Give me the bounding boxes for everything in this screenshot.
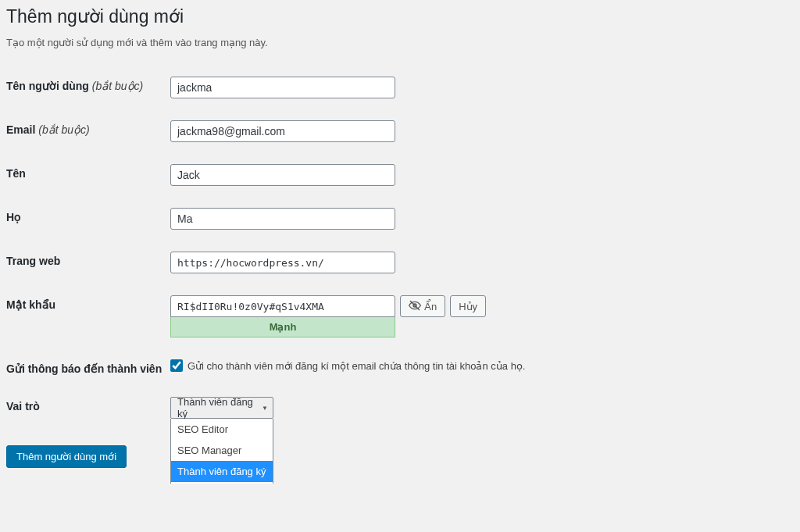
label-website: Trang web: [6, 241, 170, 284]
label-lastname: Họ: [6, 197, 170, 241]
eye-slash-icon: [409, 299, 421, 314]
notify-checkbox-row[interactable]: Gửi cho thành viên mới đăng kí một email…: [170, 359, 794, 372]
label-notify: Gửi thông báo đến thành viên: [6, 348, 170, 386]
role-option[interactable]: SEO Editor: [171, 419, 273, 440]
notify-checkbox[interactable]: [170, 359, 183, 372]
page-subtitle: Tạo một người sử dụng mới và thêm vào tr…: [6, 37, 794, 48]
page-title: Thêm người dùng mới: [6, 6, 794, 27]
label-username: Tên người dùng (bắt buộc): [6, 66, 170, 109]
hide-password-button[interactable]: Ẩn: [400, 295, 445, 317]
role-select[interactable]: Thành viên đăng ký: [170, 397, 273, 419]
username-field[interactable]: [170, 77, 395, 98]
label-password: Mật khẩu: [6, 284, 170, 348]
add-user-button[interactable]: Thêm người dùng mới: [6, 445, 127, 468]
firstname-field[interactable]: [170, 164, 395, 186]
label-email: Email (bắt buộc): [6, 109, 170, 153]
role-dropdown: SEO Editor SEO Manager Thành viên đăng k…: [170, 419, 273, 484]
lastname-field[interactable]: [170, 208, 395, 230]
cancel-password-button[interactable]: Hủy: [450, 295, 486, 317]
role-option[interactable]: SEO Manager: [171, 440, 273, 461]
role-option[interactable]: Cộng tác viên: [171, 482, 273, 484]
email-field[interactable]: [170, 120, 395, 142]
password-strength-indicator: Mạnh: [170, 317, 395, 337]
website-field[interactable]: [170, 252, 395, 273]
notify-text: Gửi cho thành viên mới đăng kí một email…: [188, 360, 526, 372]
label-firstname: Tên: [6, 153, 170, 197]
role-option[interactable]: Thành viên đăng ký: [171, 461, 273, 482]
password-field[interactable]: [170, 295, 395, 317]
label-role: Vai trò: [6, 386, 170, 430]
